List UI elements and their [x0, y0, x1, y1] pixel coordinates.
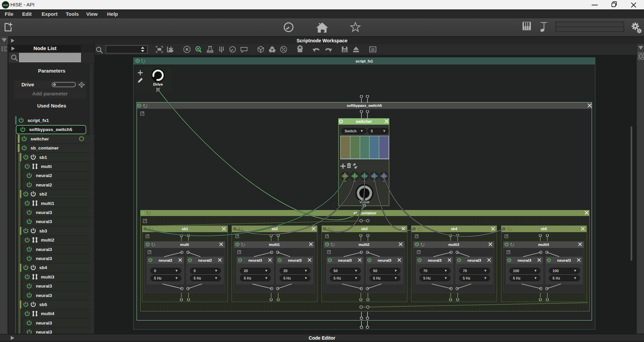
svg-text:multi3: multi3 — [41, 274, 54, 280]
svg-text:HISE: HISE — [3, 4, 8, 6]
svg-text:switcher: switcher — [31, 136, 49, 141]
svg-text:script_fx1: script_fx1 — [28, 118, 49, 123]
svg-text:neural3: neural3 — [36, 284, 52, 289]
svg-text:neural3: neural3 — [36, 219, 52, 224]
svg-text:sb5: sb5 — [39, 302, 47, 307]
svg-text:neural3: neural3 — [36, 320, 52, 326]
svg-text:softbypass_switch5: softbypass_switch5 — [29, 127, 72, 132]
svg-text:neural3: neural3 — [36, 256, 52, 261]
svg-text:Drive: Drive — [153, 82, 163, 86]
svg-text:multi4: multi4 — [41, 311, 54, 316]
svg-text:sb4: sb4 — [39, 265, 47, 270]
svg-text:sb_container: sb_container — [31, 145, 59, 151]
svg-text:multi: multi — [41, 164, 52, 169]
svg-text:neural3: neural3 — [36, 330, 52, 334]
svg-text:sb3: sb3 — [39, 228, 47, 233]
svg-text:neural3: neural3 — [36, 293, 52, 298]
svg-text:neural2: neural2 — [36, 182, 52, 187]
svg-text:neural3: neural3 — [36, 247, 52, 252]
svg-text:sb2: sb2 — [39, 191, 47, 197]
svg-text:Value: Value — [359, 200, 369, 204]
svg-text:neural2: neural2 — [36, 173, 52, 178]
svg-text:multi1: multi1 — [41, 201, 54, 206]
svg-text:sb1: sb1 — [39, 155, 47, 160]
svg-text:multi2: multi2 — [41, 238, 54, 243]
svg-text:neural3: neural3 — [36, 210, 52, 215]
